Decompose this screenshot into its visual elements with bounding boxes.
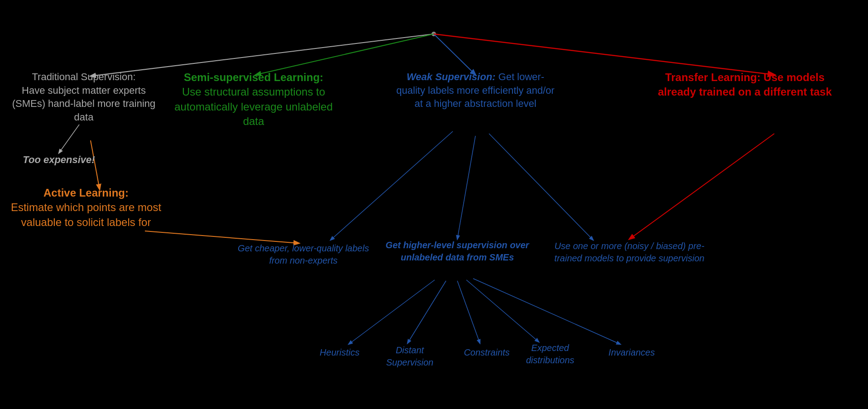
traditional-supervision-label: Traditional Supervision: Have subject ma…: [9, 70, 158, 124]
cheaper-labels-label: Get cheaper, lower-quality labels from n…: [235, 242, 371, 267]
transfer-learning-label: Transfer Learning: Use models already tr…: [647, 70, 842, 100]
svg-line-7: [145, 231, 299, 243]
svg-line-3: [434, 34, 475, 75]
pretrained-text: Use one or more (noisy / biased) pre-tra…: [554, 241, 704, 263]
weak-supervision-label: Weak Supervision: Get lower-quality labe…: [394, 70, 557, 111]
svg-line-15: [473, 279, 620, 344]
too-expensive-text: Too expensive!: [23, 154, 95, 165]
svg-line-13: [457, 281, 480, 343]
svg-line-10: [489, 134, 593, 240]
svg-line-5: [59, 125, 79, 153]
svg-line-8: [331, 131, 453, 240]
higher-sup-text: Get higher-level supervision over unlabe…: [386, 240, 529, 262]
svg-line-4: [434, 34, 774, 75]
constraints-text: Constraints: [464, 347, 509, 357]
trad-sup-body: Have subject matter experts (SMEs) hand-…: [12, 85, 156, 123]
svg-line-11: [349, 280, 435, 344]
svg-line-9: [457, 136, 475, 239]
invariances-text: Invariances: [609, 347, 655, 357]
cheaper-labels-text: Get cheaper, lower-quality labels from n…: [238, 243, 369, 265]
semi-supervised-label: Semi-supervised Learning:Use structural …: [172, 70, 335, 129]
active-learning-label: Active Learning:Estimate which points ar…: [9, 186, 163, 230]
trad-sup-title: Traditional Supervision:: [32, 71, 135, 82]
too-expensive-label: Too expensive!: [14, 153, 104, 167]
expected-dist-text: Expected distributions: [526, 343, 575, 365]
svg-line-12: [408, 281, 446, 343]
svg-line-14: [466, 280, 539, 342]
higher-level-supervision-label: Get higher-level supervision over unlabe…: [380, 239, 534, 264]
pretrained-models-label: Use one or more (noisy / biased) pre-tra…: [548, 240, 711, 265]
invariances-label: Invariances: [598, 346, 666, 359]
heuristics-label: Heuristics: [303, 346, 376, 359]
distant-supervision-label: Distant Supervision: [376, 344, 444, 369]
expected-distributions-label: Expected distributions: [512, 342, 589, 366]
svg-line-2: [256, 34, 434, 75]
svg-line-16: [629, 134, 774, 239]
distant-sup-text: Distant Supervision: [386, 345, 434, 367]
constraints-label: Constraints: [453, 346, 521, 359]
heuristics-text: Heuristics: [320, 347, 360, 357]
